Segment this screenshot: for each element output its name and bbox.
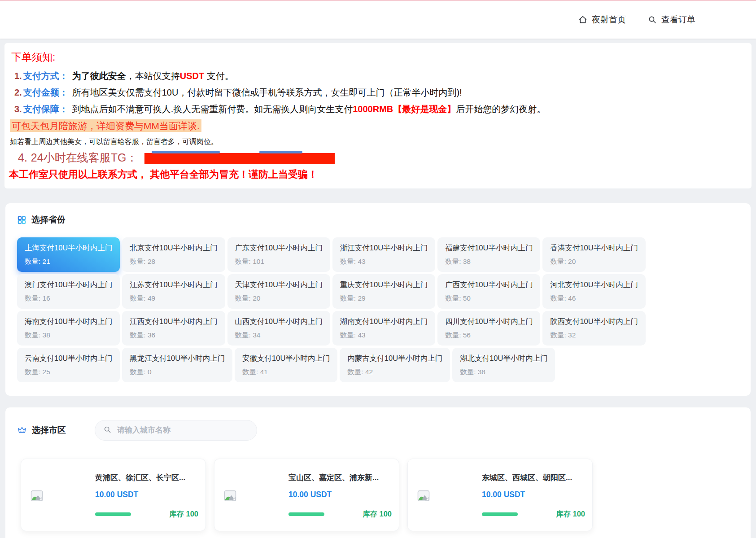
broken-image-icon — [223, 490, 288, 502]
city-search-input[interactable] — [116, 425, 249, 435]
district-card-list: 黄浦区、徐汇区、长宁区...10.00 USDT库存 100宝山区、嘉定区、浦东… — [17, 459, 739, 531]
province-tile-quantity: 数量: 28 — [130, 257, 217, 267]
order-notice-panel: 下单须知: 1.支付方式：为了彼此安全，本站仅支持USDT 支付。 2.支付金额… — [4, 43, 752, 188]
province-tile-quantity: 数量: 38 — [25, 331, 112, 340]
province-tile-quantity: 数量: 21 — [25, 257, 112, 267]
notice-warning: 本工作室只使用以上联系方式， 其他平台全部为冒充！谨防上当受骗！ — [9, 168, 744, 181]
broken-image-icon — [417, 490, 482, 502]
city-search-box[interactable] — [95, 420, 257, 441]
redacted-text-fragment — [259, 151, 302, 153]
province-grid: 上海支付10U半小时内上门数量: 21北京支付10U半小时内上门数量: 28广东… — [17, 237, 663, 382]
nav-orders-link[interactable]: 查看订单 — [647, 14, 695, 26]
province-tile-quantity: 数量: 42 — [347, 367, 442, 377]
province-tile-quantity: 数量: 34 — [235, 331, 323, 340]
district-card-price: 10.00 USDT — [95, 490, 198, 499]
stock-label: 库存 100 — [169, 509, 198, 519]
district-panel-title-row: 选择市区 — [17, 424, 66, 436]
nav-orders-label: 查看订单 — [661, 14, 695, 26]
province-tile[interactable]: 河北支付10U半小时内上门数量: 46 — [542, 274, 645, 309]
province-tile[interactable]: 安徽支付10U半小时内上门数量: 41 — [235, 348, 337, 382]
province-tile[interactable]: 内蒙古支付10U半小时内上门数量: 42 — [340, 348, 450, 382]
province-tile-quantity: 数量: 41 — [242, 367, 330, 377]
province-tile-quantity: 数量: 20 — [550, 257, 638, 267]
province-tile-label: 北京支付10U半小时内上门 — [130, 243, 217, 253]
province-tile-label: 澳门支付10U半小时内上门 — [25, 280, 112, 290]
province-tile-quantity: 数量: 49 — [130, 294, 217, 303]
province-tile[interactable]: 云南支付10U半小时内上门数量: 25 — [17, 348, 120, 382]
redacted-contact-bar — [144, 153, 335, 164]
stock-progress-bar — [288, 512, 324, 516]
province-tile[interactable]: 香港支付10U半小时内上门数量: 20 — [542, 237, 645, 272]
grid-squares-icon — [17, 215, 26, 225]
province-tile-label: 四川支付10U半小时内上门 — [445, 317, 533, 327]
province-tile[interactable]: 福建支付10U半小时内上门数量: 38 — [437, 237, 540, 272]
province-panel: 选择省份 上海支付10U半小时内上门数量: 21北京支付10U半小时内上门数量:… — [5, 203, 751, 396]
district-card-title: 黄浦区、徐汇区、长宁区... — [95, 472, 198, 483]
stock-progress-bar — [95, 512, 131, 516]
province-tile-quantity: 数量: 43 — [340, 331, 428, 340]
province-tile[interactable]: 上海支付10U半小时内上门数量: 21 — [17, 237, 120, 272]
province-tile-quantity: 数量: 101 — [235, 257, 323, 267]
province-tile-label: 重庆支付10U半小时内上门 — [340, 280, 428, 290]
stock-label: 库存 100 — [556, 509, 585, 519]
notice-item-payment-amount: 2.支付金额：所有地区美女仅需支付10U，付款时留下微信或手机等联系方式，女生即… — [14, 84, 744, 101]
notice-item-payment-guarantee: 3.支付保障：到地点后如不满意可换人.换人无需重新付费。如无需换人则向女生支付1… — [14, 101, 744, 118]
province-tile-quantity: 数量: 32 — [550, 331, 638, 340]
province-tile-label: 山西支付10U半小时内上门 — [235, 317, 323, 327]
province-tile[interactable]: 山西支付10U半小时内上门数量: 34 — [227, 311, 330, 346]
district-card-price: 10.00 USDT — [482, 490, 585, 499]
province-tile[interactable]: 浙江支付10U半小时内上门数量: 43 — [332, 237, 435, 272]
province-tile[interactable]: 湖北支付10U半小时内上门数量: 38 — [452, 348, 555, 382]
province-tile-quantity: 数量: 36 — [130, 331, 217, 340]
province-tile-quantity: 数量: 38 — [445, 257, 533, 267]
province-tile-quantity: 数量: 50 — [445, 294, 533, 303]
province-tile-label: 海南支付10U半小时内上门 — [25, 317, 112, 327]
province-tile-quantity: 数量: 0 — [130, 367, 225, 377]
province-tile-label: 福建支付10U半小时内上门 — [445, 243, 533, 253]
province-tile[interactable]: 江西支付10U半小时内上门数量: 36 — [122, 311, 225, 346]
province-tile[interactable]: 天津支付10U半小时内上门数量: 20 — [227, 274, 330, 309]
province-tile[interactable]: 黑龙江支付10U半小时内上门数量: 0 — [122, 348, 232, 382]
province-tile-label: 陕西支付10U半小时内上门 — [550, 317, 638, 327]
province-tile-quantity: 数量: 20 — [235, 294, 323, 303]
province-tile[interactable]: 广西支付10U半小时内上门数量: 50 — [437, 274, 540, 309]
notice-small-note: 如若看上周边其他美女，可以留言给客服，留言者多，可调岗位。 — [10, 137, 744, 147]
province-tile-label: 湖北支付10U半小时内上门 — [460, 354, 547, 363]
notice-item-contact: 4. 24小时在线客服TG： — [18, 150, 744, 165]
top-header: 夜射首页 查看订单 — [0, 0, 756, 39]
province-tile-label: 香港支付10U半小时内上门 — [550, 243, 638, 253]
district-card[interactable]: 宝山区、嘉定区、浦东新...10.00 USDT库存 100 — [214, 459, 399, 531]
province-tile-quantity: 数量: 56 — [445, 331, 533, 340]
nav-home-link[interactable]: 夜射首页 — [578, 14, 626, 26]
province-tile[interactable]: 海南支付10U半小时内上门数量: 38 — [17, 311, 120, 346]
search-icon — [647, 15, 657, 25]
province-tile-label: 内蒙古支付10U半小时内上门 — [347, 354, 442, 363]
province-tile[interactable]: 广东支付10U半小时内上门数量: 101 — [227, 237, 330, 272]
province-tile-quantity: 数量: 16 — [25, 294, 112, 303]
province-tile[interactable]: 四川支付10U半小时内上门数量: 56 — [437, 311, 540, 346]
district-card[interactable]: 黄浦区、徐汇区、长宁区...10.00 USDT库存 100 — [21, 459, 206, 531]
province-tile[interactable]: 澳门支付10U半小时内上门数量: 16 — [17, 274, 120, 309]
notice-item-payment-method: 1.支付方式：为了彼此安全，本站仅支持USDT 支付。 — [14, 68, 744, 84]
province-tile-label: 江西支付10U半小时内上门 — [130, 317, 217, 327]
province-tile-quantity: 数量: 46 — [550, 294, 638, 303]
promo-highlight-line: 可包天包月陪旅游，详细资费与MM当面详谈. — [10, 119, 744, 134]
province-panel-title: 选择省份 — [31, 214, 66, 226]
province-tile[interactable]: 江苏支付10U半小时内上门数量: 49 — [122, 274, 225, 309]
stock-label: 库存 100 — [363, 509, 392, 519]
province-tile-label: 湖南支付10U半小时内上门 — [340, 317, 428, 327]
province-tile[interactable]: 湖南支付10U半小时内上门数量: 43 — [332, 311, 435, 346]
province-tile-label: 广东支付10U半小时内上门 — [235, 243, 323, 253]
province-tile-label: 黑龙江支付10U半小时内上门 — [130, 354, 225, 363]
notice-title: 下单须知: — [11, 50, 744, 64]
district-panel-title: 选择市区 — [32, 424, 66, 436]
district-card[interactable]: 东城区、西城区、朝阳区...10.00 USDT库存 100 — [407, 459, 593, 531]
province-tile[interactable]: 北京支付10U半小时内上门数量: 28 — [122, 237, 225, 272]
province-tile-label: 天津支付10U半小时内上门 — [235, 280, 323, 290]
crown-icon — [17, 425, 27, 435]
province-tile[interactable]: 陕西支付10U半小时内上门数量: 32 — [542, 311, 645, 346]
home-icon — [578, 15, 588, 25]
nav-home-label: 夜射首页 — [592, 14, 626, 26]
district-card-title: 东城区、西城区、朝阳区... — [482, 472, 585, 483]
province-tile[interactable]: 重庆支付10U半小时内上门数量: 29 — [332, 274, 435, 309]
